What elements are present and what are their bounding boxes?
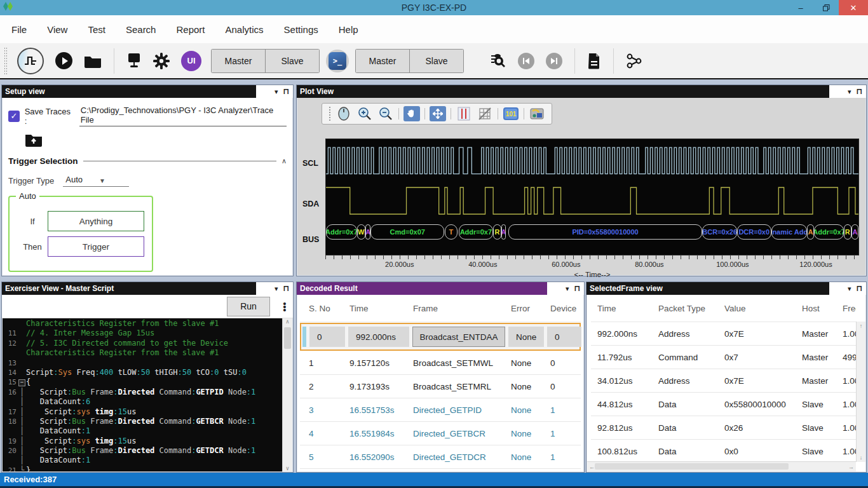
cursor-tool-icon[interactable]: [456, 106, 472, 121]
plot-config-icon[interactable]: [529, 106, 545, 121]
plot-toolbar-handle[interactable]: [329, 106, 331, 121]
scroll-right-icon[interactable]: →: [848, 464, 854, 470]
menu-item-view[interactable]: View: [37, 24, 78, 35]
cell: Master: [796, 353, 836, 362]
zoom-in-icon[interactable]: [356, 106, 373, 121]
zoom-out-icon[interactable]: [377, 106, 394, 121]
open-folder-button[interactable]: [84, 54, 102, 68]
line-number: 14: [3, 368, 18, 377]
setup-pin-icon[interactable]: ⊓: [283, 87, 289, 96]
trace-path-field[interactable]: C:\Prodigy_Technovations\PGY - I3C Analy…: [79, 105, 287, 126]
signal-capture-button[interactable]: [17, 48, 44, 74]
search-results-button[interactable]: [490, 53, 506, 69]
digital-values-icon[interactable]: 101: [503, 106, 519, 121]
scroll-down-icon[interactable]: ∨: [286, 465, 289, 471]
table-row[interactable]: 992.000nsAddress0x7EMaster1.0000: [591, 322, 856, 345]
frame-collapse-icon[interactable]: ▾: [848, 285, 851, 293]
device-connect-button[interactable]: [126, 53, 142, 69]
table-row[interactable]: 44.812usData0x55800010000Slave1.0001: [591, 392, 856, 416]
code-token: Command: [154, 417, 191, 426]
code-token: :: [53, 368, 58, 377]
settings-gear-button[interactable]: [153, 53, 170, 69]
time-tick-label: 80.000us: [635, 261, 663, 268]
scroll-left-icon[interactable]: ←: [589, 464, 595, 470]
toolbar-drag-handle[interactable]: [4, 47, 8, 75]
code-line: │ DataCount:6: [3, 397, 292, 407]
mouse-tool-icon[interactable]: [336, 106, 352, 121]
menu-item-test[interactable]: Test: [78, 24, 116, 35]
fit-view-icon[interactable]: [430, 106, 446, 121]
frame-pin-icon[interactable]: ⊓: [857, 284, 862, 293]
fold-marker[interactable]: −: [18, 377, 26, 387]
frame-horizontal-scrollbar[interactable]: ← →: [587, 461, 856, 471]
script-slave-button[interactable]: Slave: [410, 49, 464, 73]
table-row[interactable]: 516.552090sDirected_GETDCRNone1: [300, 445, 581, 469]
scroll-down-icon[interactable]: ↓: [860, 454, 863, 461]
section-divider: [83, 161, 276, 161]
ui-master-button[interactable]: Master: [211, 49, 266, 73]
then-action-button[interactable]: Trigger: [48, 236, 144, 257]
exerciser-collapse-icon[interactable]: ▾: [275, 285, 278, 293]
fold-marker: └: [18, 466, 26, 471]
fold-marker: │: [18, 446, 26, 456]
script-editor[interactable]: Characteristics Register from the slave …: [3, 318, 292, 471]
table-row[interactable]: 316.551753sDirected_GETPIDNone1: [300, 398, 581, 422]
menu-item-analytics[interactable]: Analytics: [215, 24, 274, 35]
selected-frame-panel: SelectedFrame view ▾ ⊓ Time Packet Type …: [586, 281, 867, 473]
menu-item-settings[interactable]: Settings: [274, 24, 329, 35]
automation-flow-button[interactable]: [626, 53, 642, 69]
line-number: 21: [3, 466, 18, 471]
setup-collapse-icon[interactable]: ▾: [275, 88, 278, 96]
menu-item-report[interactable]: Report: [166, 24, 215, 35]
menu-item-help[interactable]: Help: [329, 24, 369, 35]
cell: Address: [652, 376, 718, 386]
waveform-canvas[interactable]: Addr=0x7WACmd=0x07TAddr=0x7RAPID=0x55800…: [325, 139, 859, 255]
table-row[interactable]: 34.012usAddress0x7EMaster1.0000: [591, 369, 856, 392]
decoded-collapse-icon[interactable]: ▾: [566, 285, 569, 293]
trigger-section-collapse-icon[interactable]: ∧: [281, 157, 287, 165]
cell: 1.0000: [836, 447, 856, 456]
col-frame: Frame: [404, 304, 502, 313]
selected-row[interactable]: 0992.000nsBroadcast_ENTDAANone0: [300, 323, 581, 351]
skip-previous-button[interactable]: [518, 53, 534, 69]
grid-toggle-icon[interactable]: [477, 106, 493, 121]
scroll-up-icon[interactable]: ∧: [286, 318, 289, 325]
menu-item-search[interactable]: Search: [116, 24, 166, 35]
plot-pin-icon[interactable]: ⊓: [857, 87, 862, 96]
editor-scroll-thumb[interactable]: [284, 327, 291, 349]
save-traces-checkbox[interactable]: ✓: [8, 111, 20, 122]
table-row[interactable]: 11.792usCommand0x7Master499.51: [591, 345, 856, 369]
table-row[interactable]: 19.157120sBroadcast_SETMWLNone0: [300, 351, 581, 375]
cell-frame: Broadcast_ENTDAA: [412, 327, 505, 347]
menu-item-file[interactable]: File: [1, 24, 37, 35]
report-document-button[interactable]: [587, 53, 601, 69]
script-master-button[interactable]: Master: [355, 49, 410, 73]
scroll-up-icon[interactable]: ↑: [860, 323, 863, 329]
plot-collapse-icon[interactable]: ▾: [848, 88, 851, 96]
browse-folder-button[interactable]: [25, 133, 287, 149]
fold-marker: │: [18, 407, 26, 417]
if-condition-button[interactable]: Anything: [48, 211, 144, 231]
code-token: Node: [224, 446, 247, 455]
fold-collapse-icon[interactable]: −: [18, 379, 25, 386]
ui-mode-button[interactable]: UI: [181, 51, 201, 71]
frame-vertical-scrollbar[interactable]: ↑ ↓: [856, 322, 865, 462]
script-mode-button[interactable]: >_: [326, 50, 349, 72]
table-row[interactable]: 92.812usData0x26Slave1.0000: [591, 416, 856, 439]
table-row[interactable]: 416.551984sDirected_GETBCRNone1: [300, 422, 581, 445]
exerciser-pin-icon[interactable]: ⊓: [283, 284, 289, 293]
ui-slave-button[interactable]: Slave: [266, 49, 320, 73]
code-token: sys: [76, 437, 90, 445]
code-token: DataCount: [26, 456, 81, 464]
play-button[interactable]: [55, 52, 72, 69]
code-token: :0: [237, 368, 246, 377]
table-row[interactable]: 29.173193sBroadcast_SETMRLNone0: [300, 375, 581, 398]
table-row[interactable]: 100.812usData0x0Slave1.0000: [591, 439, 856, 462]
skip-next-button[interactable]: [546, 53, 562, 69]
decoded-pin-icon[interactable]: ⊓: [574, 284, 580, 293]
hscroll-thumb[interactable]: [595, 463, 789, 470]
kebab-menu-icon[interactable]: •••: [279, 302, 290, 311]
trigger-type-dropdown[interactable]: Auto ▼: [63, 175, 129, 187]
run-button[interactable]: Run: [227, 297, 270, 316]
pan-hand-icon[interactable]: [403, 106, 420, 121]
